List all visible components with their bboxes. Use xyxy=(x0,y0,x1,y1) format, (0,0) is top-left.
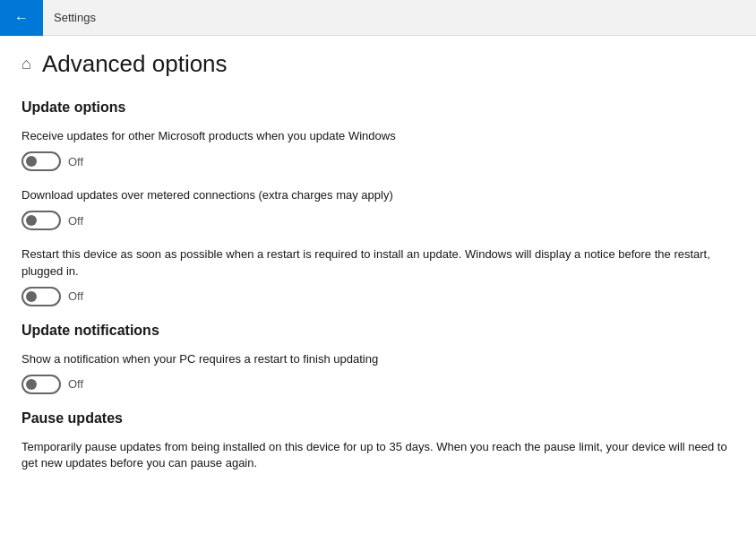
toggle-row: Off xyxy=(21,151,735,171)
toggle-thumb xyxy=(26,156,37,167)
app-title: Settings xyxy=(54,11,96,24)
toggle-row: Off xyxy=(21,375,735,394)
setting-restart-device: Restart this device as soon as possible … xyxy=(21,246,735,306)
toggle-restart-device[interactable] xyxy=(21,287,61,306)
pause-description-text: Temporarily pause updates from being ins… xyxy=(21,439,735,471)
page-header: ⌂ Advanced options xyxy=(21,50,735,78)
setting-description: Restart this device as soon as possible … xyxy=(21,246,735,279)
back-button[interactable]: ← xyxy=(0,0,43,36)
toggle-show-notification[interactable] xyxy=(21,375,61,394)
toggle-label: Off xyxy=(68,214,83,228)
toggle-updates-other-products[interactable] xyxy=(21,151,61,171)
toggle-label: Off xyxy=(68,155,83,168)
setting-description: Receive updates for other Microsoft prod… xyxy=(21,128,735,144)
toggle-thumb xyxy=(26,291,37,302)
home-icon[interactable]: ⌂ xyxy=(21,55,31,73)
back-arrow-icon: ← xyxy=(14,10,29,26)
setting-description: Download updates over metered connection… xyxy=(21,187,735,203)
page-title: Advanced options xyxy=(42,50,228,78)
toggle-label: Off xyxy=(68,289,83,303)
setting-show-notification: Show a notification when your PC require… xyxy=(21,351,735,394)
toggle-track xyxy=(21,375,61,394)
setting-updates-other-products: Receive updates for other Microsoft prod… xyxy=(21,128,735,171)
update-options-section: Update options Receive updates for other… xyxy=(21,99,735,306)
toggle-track xyxy=(21,151,61,171)
setting-updates-metered: Download updates over metered connection… xyxy=(21,187,735,230)
page-content: ⌂ Advanced options Update options Receiv… xyxy=(0,36,756,543)
toggle-thumb xyxy=(26,379,37,390)
update-notifications-heading: Update notifications xyxy=(21,323,735,339)
toggle-updates-metered[interactable] xyxy=(21,211,61,230)
update-options-heading: Update options xyxy=(21,99,735,116)
pause-updates-heading: Pause updates xyxy=(21,410,735,427)
toggle-track xyxy=(21,211,61,230)
pause-updates-section: Pause updates Temporarily pause updates … xyxy=(21,410,735,471)
update-notifications-section: Update notifications Show a notification… xyxy=(21,323,735,394)
toggle-label: Off xyxy=(68,377,83,391)
setting-pause-description: Temporarily pause updates from being ins… xyxy=(21,439,735,471)
toggle-thumb xyxy=(26,215,37,226)
toggle-row: Off xyxy=(21,211,735,230)
toggle-row: Off xyxy=(21,287,735,306)
toggle-track xyxy=(21,287,61,306)
title-bar: ← Settings xyxy=(0,0,756,36)
setting-description: Show a notification when your PC require… xyxy=(21,351,735,367)
